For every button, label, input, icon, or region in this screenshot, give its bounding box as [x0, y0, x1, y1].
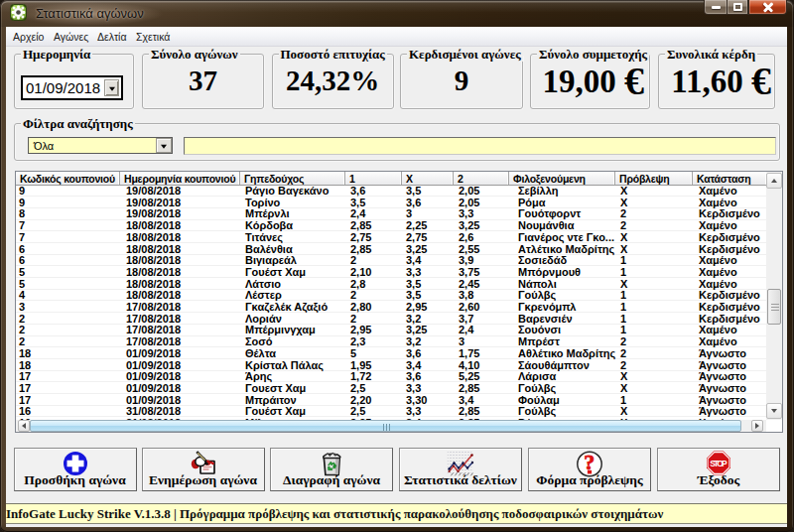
svg-text:STOP: STOP — [710, 459, 728, 468]
